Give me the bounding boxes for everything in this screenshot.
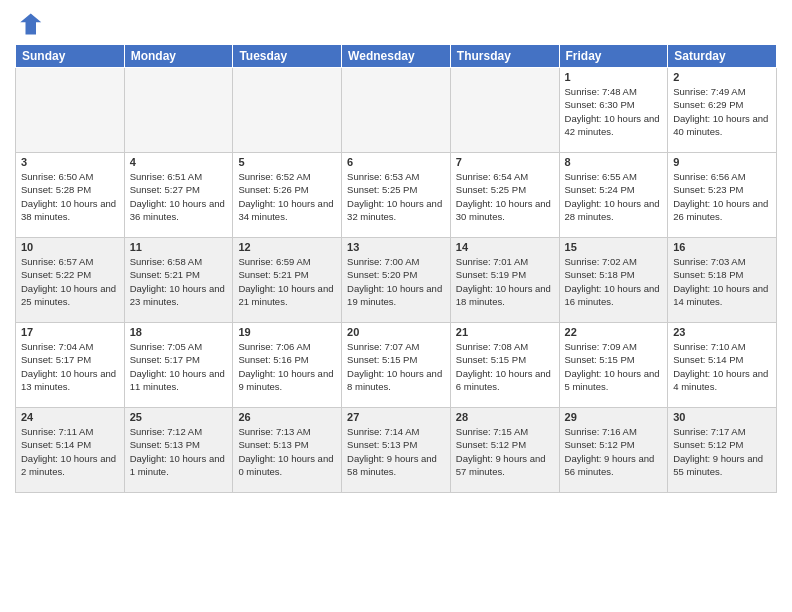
weekday-saturday: Saturday <box>668 45 777 68</box>
day-info: Sunrise: 6:57 AM Sunset: 5:22 PM Dayligh… <box>21 255 119 308</box>
week-row-0: 1Sunrise: 7:48 AM Sunset: 6:30 PM Daylig… <box>16 68 777 153</box>
calendar-cell: 24Sunrise: 7:11 AM Sunset: 5:14 PM Dayli… <box>16 408 125 493</box>
week-row-3: 17Sunrise: 7:04 AM Sunset: 5:17 PM Dayli… <box>16 323 777 408</box>
day-number: 12 <box>238 241 336 253</box>
day-info: Sunrise: 7:13 AM Sunset: 5:13 PM Dayligh… <box>238 425 336 478</box>
day-info: Sunrise: 6:59 AM Sunset: 5:21 PM Dayligh… <box>238 255 336 308</box>
day-number: 25 <box>130 411 228 423</box>
calendar-cell: 5Sunrise: 6:52 AM Sunset: 5:26 PM Daylig… <box>233 153 342 238</box>
day-number: 14 <box>456 241 554 253</box>
day-info: Sunrise: 7:05 AM Sunset: 5:17 PM Dayligh… <box>130 340 228 393</box>
day-info: Sunrise: 7:08 AM Sunset: 5:15 PM Dayligh… <box>456 340 554 393</box>
day-number: 23 <box>673 326 771 338</box>
day-info: Sunrise: 7:02 AM Sunset: 5:18 PM Dayligh… <box>565 255 663 308</box>
calendar-cell <box>16 68 125 153</box>
weekday-monday: Monday <box>124 45 233 68</box>
day-number: 5 <box>238 156 336 168</box>
day-info: Sunrise: 7:03 AM Sunset: 5:18 PM Dayligh… <box>673 255 771 308</box>
calendar-cell: 23Sunrise: 7:10 AM Sunset: 5:14 PM Dayli… <box>668 323 777 408</box>
weekday-friday: Friday <box>559 45 668 68</box>
calendar-cell <box>450 68 559 153</box>
day-info: Sunrise: 7:49 AM Sunset: 6:29 PM Dayligh… <box>673 85 771 138</box>
day-info: Sunrise: 6:58 AM Sunset: 5:21 PM Dayligh… <box>130 255 228 308</box>
calendar-cell: 6Sunrise: 6:53 AM Sunset: 5:25 PM Daylig… <box>342 153 451 238</box>
day-info: Sunrise: 7:06 AM Sunset: 5:16 PM Dayligh… <box>238 340 336 393</box>
day-info: Sunrise: 7:17 AM Sunset: 5:12 PM Dayligh… <box>673 425 771 478</box>
day-number: 26 <box>238 411 336 423</box>
day-number: 3 <box>21 156 119 168</box>
calendar-cell: 15Sunrise: 7:02 AM Sunset: 5:18 PM Dayli… <box>559 238 668 323</box>
day-number: 21 <box>456 326 554 338</box>
day-info: Sunrise: 7:12 AM Sunset: 5:13 PM Dayligh… <box>130 425 228 478</box>
calendar-cell: 9Sunrise: 6:56 AM Sunset: 5:23 PM Daylig… <box>668 153 777 238</box>
header <box>15 10 777 38</box>
day-number: 28 <box>456 411 554 423</box>
calendar-cell: 25Sunrise: 7:12 AM Sunset: 5:13 PM Dayli… <box>124 408 233 493</box>
day-number: 13 <box>347 241 445 253</box>
calendar-cell: 4Sunrise: 6:51 AM Sunset: 5:27 PM Daylig… <box>124 153 233 238</box>
day-number: 7 <box>456 156 554 168</box>
day-number: 20 <box>347 326 445 338</box>
day-number: 29 <box>565 411 663 423</box>
day-info: Sunrise: 6:54 AM Sunset: 5:25 PM Dayligh… <box>456 170 554 223</box>
week-row-2: 10Sunrise: 6:57 AM Sunset: 5:22 PM Dayli… <box>16 238 777 323</box>
calendar-cell: 10Sunrise: 6:57 AM Sunset: 5:22 PM Dayli… <box>16 238 125 323</box>
weekday-thursday: Thursday <box>450 45 559 68</box>
day-number: 10 <box>21 241 119 253</box>
weekday-wednesday: Wednesday <box>342 45 451 68</box>
calendar-cell: 2Sunrise: 7:49 AM Sunset: 6:29 PM Daylig… <box>668 68 777 153</box>
day-number: 15 <box>565 241 663 253</box>
day-info: Sunrise: 7:16 AM Sunset: 5:12 PM Dayligh… <box>565 425 663 478</box>
calendar-cell: 27Sunrise: 7:14 AM Sunset: 5:13 PM Dayli… <box>342 408 451 493</box>
week-row-1: 3Sunrise: 6:50 AM Sunset: 5:28 PM Daylig… <box>16 153 777 238</box>
day-number: 17 <box>21 326 119 338</box>
calendar-cell: 19Sunrise: 7:06 AM Sunset: 5:16 PM Dayli… <box>233 323 342 408</box>
day-number: 1 <box>565 71 663 83</box>
day-number: 24 <box>21 411 119 423</box>
calendar-cell: 3Sunrise: 6:50 AM Sunset: 5:28 PM Daylig… <box>16 153 125 238</box>
weekday-tuesday: Tuesday <box>233 45 342 68</box>
day-info: Sunrise: 7:09 AM Sunset: 5:15 PM Dayligh… <box>565 340 663 393</box>
calendar-cell: 28Sunrise: 7:15 AM Sunset: 5:12 PM Dayli… <box>450 408 559 493</box>
logo <box>15 10 47 38</box>
day-info: Sunrise: 7:01 AM Sunset: 5:19 PM Dayligh… <box>456 255 554 308</box>
day-info: Sunrise: 7:11 AM Sunset: 5:14 PM Dayligh… <box>21 425 119 478</box>
day-info: Sunrise: 7:04 AM Sunset: 5:17 PM Dayligh… <box>21 340 119 393</box>
logo-icon <box>15 10 43 38</box>
day-number: 9 <box>673 156 771 168</box>
day-number: 11 <box>130 241 228 253</box>
day-info: Sunrise: 7:10 AM Sunset: 5:14 PM Dayligh… <box>673 340 771 393</box>
day-number: 16 <box>673 241 771 253</box>
weekday-sunday: Sunday <box>16 45 125 68</box>
day-number: 18 <box>130 326 228 338</box>
day-info: Sunrise: 7:07 AM Sunset: 5:15 PM Dayligh… <box>347 340 445 393</box>
calendar-cell: 30Sunrise: 7:17 AM Sunset: 5:12 PM Dayli… <box>668 408 777 493</box>
day-info: Sunrise: 6:52 AM Sunset: 5:26 PM Dayligh… <box>238 170 336 223</box>
day-info: Sunrise: 6:56 AM Sunset: 5:23 PM Dayligh… <box>673 170 771 223</box>
calendar-cell: 1Sunrise: 7:48 AM Sunset: 6:30 PM Daylig… <box>559 68 668 153</box>
day-number: 6 <box>347 156 445 168</box>
day-info: Sunrise: 7:48 AM Sunset: 6:30 PM Dayligh… <box>565 85 663 138</box>
calendar-cell: 11Sunrise: 6:58 AM Sunset: 5:21 PM Dayli… <box>124 238 233 323</box>
calendar-cell: 21Sunrise: 7:08 AM Sunset: 5:15 PM Dayli… <box>450 323 559 408</box>
calendar-cell <box>342 68 451 153</box>
calendar-cell: 18Sunrise: 7:05 AM Sunset: 5:17 PM Dayli… <box>124 323 233 408</box>
calendar-cell <box>233 68 342 153</box>
day-info: Sunrise: 7:15 AM Sunset: 5:12 PM Dayligh… <box>456 425 554 478</box>
calendar-cell: 7Sunrise: 6:54 AM Sunset: 5:25 PM Daylig… <box>450 153 559 238</box>
day-number: 4 <box>130 156 228 168</box>
svg-marker-0 <box>20 14 41 35</box>
day-number: 30 <box>673 411 771 423</box>
weekday-header-row: SundayMondayTuesdayWednesdayThursdayFrid… <box>16 45 777 68</box>
calendar-cell: 17Sunrise: 7:04 AM Sunset: 5:17 PM Dayli… <box>16 323 125 408</box>
day-info: Sunrise: 7:00 AM Sunset: 5:20 PM Dayligh… <box>347 255 445 308</box>
day-number: 22 <box>565 326 663 338</box>
day-number: 2 <box>673 71 771 83</box>
calendar-cell: 16Sunrise: 7:03 AM Sunset: 5:18 PM Dayli… <box>668 238 777 323</box>
calendar-cell: 29Sunrise: 7:16 AM Sunset: 5:12 PM Dayli… <box>559 408 668 493</box>
day-info: Sunrise: 6:51 AM Sunset: 5:27 PM Dayligh… <box>130 170 228 223</box>
page: SundayMondayTuesdayWednesdayThursdayFrid… <box>0 0 792 612</box>
calendar-cell: 8Sunrise: 6:55 AM Sunset: 5:24 PM Daylig… <box>559 153 668 238</box>
week-row-4: 24Sunrise: 7:11 AM Sunset: 5:14 PM Dayli… <box>16 408 777 493</box>
day-info: Sunrise: 6:53 AM Sunset: 5:25 PM Dayligh… <box>347 170 445 223</box>
